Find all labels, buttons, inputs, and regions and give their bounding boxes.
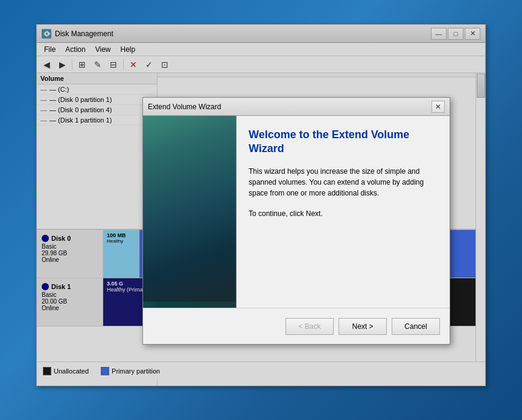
next-button[interactable]: Next > [339, 318, 387, 335]
desktop: 💽 Disk Management — □ ✕ File Action View… [0, 0, 522, 420]
wizard-image [143, 116, 236, 302]
dialog-title-bar: Extend Volume Wizard ✕ [143, 98, 450, 116]
dialog-continue: To continue, click Next. [249, 208, 438, 219]
dialog-image-panel [143, 116, 237, 308]
dialog-footer: < Back Next > Cancel [143, 308, 450, 344]
disk-management-window: 💽 Disk Management — □ ✕ File Action View… [36, 24, 486, 386]
extend-volume-wizard: Extend Volume Wizard ✕ Welcome to the Ex… [142, 97, 450, 345]
dialog-text-panel: Welcome to the Extend Volume Wizard This… [237, 116, 450, 308]
dialog-content: Welcome to the Extend Volume Wizard This… [143, 116, 450, 308]
cancel-button[interactable]: Cancel [392, 318, 440, 335]
dialog-overlay: Extend Volume Wizard ✕ Welcome to the Ex… [37, 25, 485, 386]
dialog-title: Extend Volume Wizard [148, 103, 431, 111]
dialog-description: This wizard helps you increase the size … [249, 166, 438, 199]
back-button[interactable]: < Back [285, 318, 334, 335]
dialog-heading: Welcome to the Extend Volume Wizard [249, 128, 438, 156]
dialog-close-button[interactable]: ✕ [431, 101, 445, 113]
